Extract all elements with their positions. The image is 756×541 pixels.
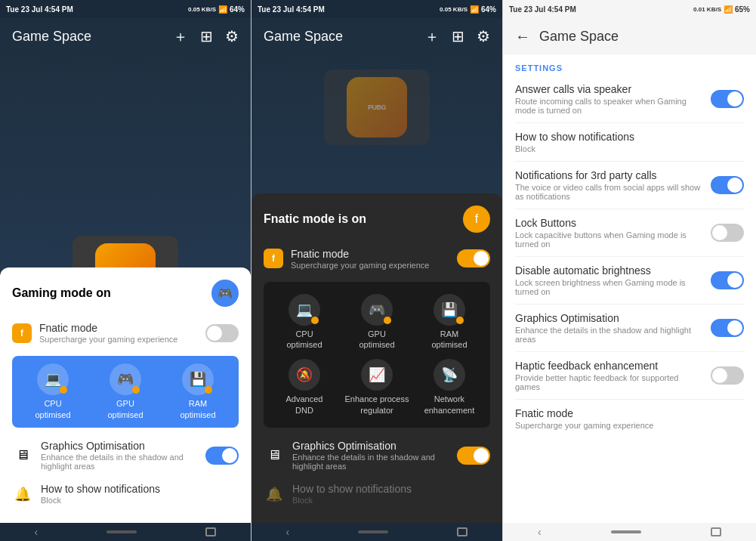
- battery-2: 64%: [481, 5, 496, 14]
- gear-icon-2[interactable]: ⚙: [477, 27, 490, 45]
- settings-row-0: Answer calls via speaker Route incoming …: [515, 76, 744, 122]
- network-label-2: Networkenhancement: [424, 394, 475, 416]
- settings-row-2: Notifications for 3rd party calls The vo…: [515, 162, 744, 209]
- settings-desc-0: Route incoming calls to speaker when Gam…: [515, 97, 703, 115]
- status-icons-1: 0.05 KB/S 📶 64%: [188, 5, 245, 14]
- fnatic-toggle-2[interactable]: [457, 249, 490, 267]
- graphics-desc-2: Enhance the details in the shadow and hi…: [292, 453, 449, 471]
- toggle-5[interactable]: [711, 319, 744, 337]
- settings-desc-4: Lock screen brightness when Gaming mode …: [515, 278, 703, 296]
- gpu-icon-2: 🎮: [361, 294, 393, 326]
- process-btn-2[interactable]: 📈 Enhance processregulator: [341, 354, 413, 420]
- notifications-row-2: 🔔 How to show notifications Block: [264, 477, 490, 511]
- cpu-btn-1[interactable]: 💻 CPUoptimised: [17, 363, 89, 420]
- gpu-btn-2[interactable]: 🎮 GPUoptimised: [341, 289, 413, 355]
- back-nav-3[interactable]: ‹: [538, 526, 542, 538]
- back-button-3[interactable]: ←: [515, 28, 530, 45]
- graphics-text-2: Graphics Optimisation Enhance the detail…: [292, 440, 449, 471]
- recents-nav-1[interactable]: [205, 527, 216, 536]
- settings-desc-3: Lock capacitive buttons when Gaming mode…: [515, 230, 703, 249]
- notifications-desc-2: Block: [292, 496, 490, 505]
- status-bar-3: Tue 23 Jul 4:54 PM 0.01 KB/S 📶 65%: [503, 0, 756, 18]
- process-label-2: Enhance processregulator: [344, 394, 409, 416]
- settings-label-7: Fnatic mode: [515, 407, 744, 419]
- add-icon-1[interactable]: ＋: [173, 26, 188, 47]
- settings-label-1: How to show notifications: [515, 131, 744, 143]
- recents-nav-3[interactable]: [711, 527, 721, 536]
- toggle-4[interactable]: [711, 271, 744, 289]
- settings-text-1: How to show notifications Block: [515, 131, 744, 153]
- gaming-mode-badge-1[interactable]: 🎮: [211, 280, 239, 307]
- dnd-btn-2[interactable]: 🔕 AdvancedDND: [268, 354, 341, 420]
- ram-label-1: RAMoptimised: [180, 398, 215, 420]
- cpu-label-2: CPUoptimised: [286, 329, 322, 351]
- settings-text-0: Answer calls via speaker Route incoming …: [515, 83, 703, 115]
- opt-buttons-dark-2: 💻 CPUoptimised 🎮 GPUoptimised 💾 RAMoptim…: [264, 282, 490, 428]
- fnatic-mode-badge-2[interactable]: f: [463, 206, 490, 233]
- toggle-0[interactable]: [711, 90, 744, 108]
- home-nav-3[interactable]: [611, 530, 641, 533]
- fnatic-icon-1: f: [12, 323, 32, 343]
- sheet-title-1: Gaming mode on: [12, 286, 111, 300]
- toggle-3[interactable]: [711, 224, 744, 242]
- fnatic-row-2: f Fnatic mode Supercharge your gaming ex…: [264, 242, 490, 276]
- cpu-icon-2: 💻: [289, 294, 320, 326]
- header-actions-2: ＋ ⊞ ⚙: [424, 26, 490, 47]
- grid-icon-1[interactable]: ⊞: [200, 27, 213, 45]
- battery-1: 64%: [230, 5, 245, 14]
- notifications-row-1: 🔔 How to show notifications Block: [12, 477, 239, 511]
- settings-row-1: How to show notifications Block: [515, 123, 744, 161]
- settings-row-5: Graphics Optimisation Enhance the detail…: [515, 305, 744, 351]
- header-actions-1: ＋ ⊞ ⚙: [173, 26, 239, 47]
- kb-indicator-2: 0.05 KB/S: [440, 6, 467, 13]
- ram-btn-1[interactable]: 💾 RAMoptimised: [162, 363, 234, 420]
- status-time-2: Tue 23 Jul 4:54 PM: [258, 5, 325, 14]
- settings-section-title-3: SETTINGS: [515, 54, 744, 76]
- graphics-toggle-1[interactable]: [205, 447, 239, 465]
- gpu-btn-1[interactable]: 🎮 GPUoptimised: [89, 363, 162, 420]
- fnatic-label-2: Fnatic mode: [291, 248, 449, 260]
- ram-btn-2[interactable]: 💾 RAMoptimised: [413, 289, 486, 355]
- nav-bar-2: ‹: [251, 523, 502, 541]
- fnatic-text-2: Fnatic mode Supercharge your gaming expe…: [291, 248, 449, 270]
- cpu-btn-2[interactable]: 💻 CPUoptimised: [268, 289, 341, 355]
- toggle-6[interactable]: [711, 366, 744, 385]
- notifications-label-2: How to show notifications: [292, 483, 490, 495]
- network-btn-2[interactable]: 📡 Networkenhancement: [413, 354, 486, 420]
- dnd-icon-2: 🔕: [289, 359, 320, 391]
- settings-text-3: Lock Buttons Lock capacitive buttons whe…: [515, 217, 703, 249]
- grid-icon-2[interactable]: ⊞: [452, 27, 464, 45]
- add-icon-2[interactable]: ＋: [424, 26, 440, 47]
- settings-desc-6: Provide better haptic feedback for suppo…: [515, 373, 703, 391]
- status-time-1: Tue 23 Jul 4:54 PM: [6, 5, 73, 14]
- cpu-icon-1: 💻: [37, 363, 69, 395]
- panel-3: Tue 23 Jul 4:54 PM 0.01 KB/S 📶 65% ← Gam…: [503, 0, 756, 541]
- header-title-2: Game Space: [264, 29, 343, 45]
- notifications-text-2: How to show notifications Block: [292, 483, 490, 505]
- settings-label-0: Answer calls via speaker: [515, 83, 703, 95]
- settings-text-6: Haptic feedback enhancement Provide bett…: [515, 360, 703, 391]
- toggle-2[interactable]: [711, 176, 744, 194]
- ram-label-2: RAMoptimised: [431, 329, 467, 351]
- fnatic-toggle-1[interactable]: [205, 324, 239, 342]
- back-nav-1[interactable]: ‹: [35, 526, 39, 538]
- settings-text-2: Notifications for 3rd party calls The vo…: [515, 169, 703, 201]
- graphics-toggle-2[interactable]: [457, 447, 490, 465]
- status-bar-1: Tue 23 Jul 4:54 PM 0.05 KB/S 📶 64%: [0, 0, 251, 18]
- dark-bottom-sheet-2: Fnatic mode is on f f Fnatic mode Superc…: [251, 193, 502, 523]
- recents-nav-2[interactable]: [457, 527, 467, 536]
- fnatic-icon-2: f: [264, 249, 283, 268]
- home-nav-2[interactable]: [358, 530, 388, 533]
- dnd-label-2: AdvancedDND: [286, 394, 323, 416]
- settings-desc-2: The voice or video calls from social app…: [515, 183, 703, 201]
- game-card-2: PUBG: [324, 70, 430, 145]
- kb-indicator-3: 0.01 KB/S: [693, 6, 721, 13]
- home-nav-1[interactable]: [106, 530, 137, 533]
- signal-icon-1: 📶: [218, 5, 227, 14]
- settings-text-7: Fnatic mode Supercharge your gaming expe…: [515, 407, 744, 430]
- nav-bar-1: ‹: [0, 523, 251, 541]
- back-nav-2[interactable]: ‹: [286, 526, 290, 538]
- bottom-sheet-1: Gaming mode on 🎮 f Fnatic mode Superchar…: [0, 267, 251, 523]
- gear-icon-1[interactable]: ⚙: [225, 27, 239, 45]
- settings-row-7: Fnatic mode Supercharge your gaming expe…: [515, 400, 744, 437]
